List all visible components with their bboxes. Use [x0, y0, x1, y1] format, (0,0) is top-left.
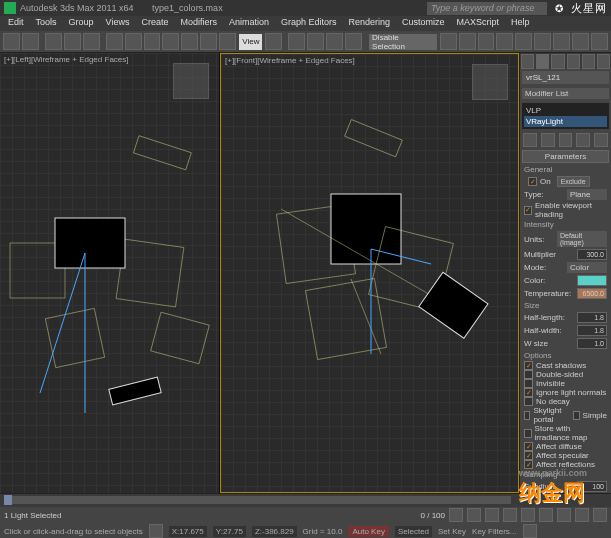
checkbox-ignore-normals[interactable]: ✓Ignore light normals	[520, 388, 611, 397]
units-dropdown[interactable]: Default (image)	[557, 231, 607, 247]
checkbox-affect-reflections[interactable]: ✓Affect reflections	[520, 460, 611, 469]
menu-group[interactable]: Group	[63, 16, 100, 31]
tab-hierarchy[interactable]	[551, 54, 564, 69]
configure-sets-button[interactable]	[594, 133, 608, 147]
tab-utilities[interactable]	[597, 54, 610, 69]
render-setup-button[interactable]	[553, 33, 570, 50]
undo-button[interactable]	[3, 33, 20, 50]
timeline[interactable]	[0, 493, 611, 507]
menu-graph-editors[interactable]: Graph Editors	[275, 16, 343, 31]
lock-selection-button[interactable]	[149, 524, 163, 538]
modifier-stack[interactable]: VLP VRayLight	[522, 103, 609, 129]
render-frame-button[interactable]	[572, 33, 589, 50]
subdivs-spinner[interactable]: 100	[577, 481, 607, 492]
viewport-left[interactable]: [+][Left][Wireframe + Edged Faces]	[0, 53, 220, 493]
menu-help[interactable]: Help	[505, 16, 536, 31]
color-swatch[interactable]	[577, 275, 607, 286]
menu-create[interactable]: Create	[135, 16, 174, 31]
menu-maxscript[interactable]: MAXScript	[451, 16, 506, 31]
play-button[interactable]	[485, 508, 499, 522]
named-sel-dropdown[interactable]: Disable Selection	[369, 34, 437, 50]
checkbox-skylight[interactable]: Skylight portal Simple	[520, 406, 611, 424]
mode-dropdown[interactable]: Color	[567, 262, 607, 273]
half-width-spinner[interactable]: 1.8	[577, 325, 607, 336]
tab-motion[interactable]	[567, 54, 580, 69]
menu-tools[interactable]: Tools	[30, 16, 63, 31]
select-name-button[interactable]	[125, 33, 142, 50]
mirror-button[interactable]	[440, 33, 457, 50]
percent-snap-button[interactable]	[326, 33, 343, 50]
checkbox-no-decay[interactable]: No decay	[520, 397, 611, 406]
pivot-button[interactable]	[265, 33, 282, 50]
checkbox-store-irradiance[interactable]: Store with irradiance map	[520, 424, 611, 442]
goto-start-button[interactable]	[449, 508, 463, 522]
stack-item-vlp[interactable]: VLP	[524, 105, 607, 116]
setkey-button[interactable]: Set Key	[438, 527, 466, 536]
checkbox-on[interactable]: ✓On	[524, 177, 555, 186]
menu-animation[interactable]: Animation	[223, 16, 275, 31]
redo-button[interactable]	[22, 33, 39, 50]
select-button[interactable]	[106, 33, 123, 50]
stack-item-vraylight[interactable]: VRayLight	[524, 116, 607, 127]
autokey-button[interactable]: Auto Key	[348, 526, 388, 537]
pan-button[interactable]	[575, 508, 589, 522]
key-filters-button[interactable]: Key Filters...	[472, 527, 516, 536]
select-filter-button[interactable]	[162, 33, 179, 50]
next-frame-button[interactable]	[503, 508, 517, 522]
coord-y[interactable]: 27.75	[223, 527, 243, 536]
ref-coord-dropdown[interactable]: View	[239, 34, 262, 50]
spinner-snap-button[interactable]	[345, 33, 362, 50]
goto-end-button[interactable]	[521, 508, 535, 522]
modifier-list-dropdown[interactable]: Modifier List	[522, 88, 609, 99]
unlink-button[interactable]	[64, 33, 81, 50]
render-button[interactable]	[591, 33, 608, 50]
tab-display[interactable]	[582, 54, 595, 69]
menu-views[interactable]: Views	[100, 16, 136, 31]
half-length-spinner[interactable]: 1.8	[577, 312, 607, 323]
material-editor-button[interactable]	[534, 33, 551, 50]
search-input[interactable]: Type a keyword or phrase	[427, 2, 547, 15]
menu-modifiers[interactable]: Modifiers	[174, 16, 223, 31]
checkbox-affect-diffuse[interactable]: ✓Affect diffuse	[520, 442, 611, 451]
app-icon[interactable]	[4, 2, 16, 14]
schematic-button[interactable]	[515, 33, 532, 50]
pin-stack-button[interactable]	[523, 133, 537, 147]
remove-modifier-button[interactable]	[576, 133, 590, 147]
checkbox-affect-specular[interactable]: ✓Affect specular	[520, 451, 611, 460]
object-name-field[interactable]: vrSL_121	[522, 71, 609, 84]
align-button[interactable]	[459, 33, 476, 50]
w-size-spinner[interactable]: 1.0	[577, 338, 607, 349]
rotate-button[interactable]	[200, 33, 217, 50]
coord-z[interactable]: -386.829	[262, 527, 294, 536]
layers-button[interactable]	[478, 33, 495, 50]
checkbox-invisible[interactable]: Invisible	[520, 379, 611, 388]
menu-edit[interactable]: Edit	[2, 16, 30, 31]
timeline-slider[interactable]	[4, 495, 12, 505]
exclude-button[interactable]: Exclude	[557, 176, 590, 187]
snap-button[interactable]	[288, 33, 305, 50]
select-region-button[interactable]	[144, 33, 161, 50]
show-end-result-button[interactable]	[541, 133, 555, 147]
coord-x[interactable]: 17.675	[179, 527, 203, 536]
curve-editor-button[interactable]	[496, 33, 513, 50]
zoom-button[interactable]	[539, 508, 553, 522]
link-button[interactable]	[45, 33, 62, 50]
tab-create[interactable]	[521, 54, 534, 69]
zoom-all-button[interactable]	[557, 508, 571, 522]
angle-snap-button[interactable]	[307, 33, 324, 50]
viewport-front[interactable]: [+][Front][Wireframe + Edged Faces]	[220, 53, 519, 493]
key-mode-dropdown[interactable]: Selected	[395, 526, 432, 537]
multiplier-spinner[interactable]: 300.0	[577, 249, 607, 260]
timeline-track[interactable]	[4, 496, 511, 504]
checkbox-viewport-shading[interactable]: ✓Enable viewport shading	[520, 201, 611, 219]
temperature-spinner[interactable]: 6500.0	[577, 288, 607, 299]
move-button[interactable]	[181, 33, 198, 50]
type-dropdown[interactable]: Plane	[567, 189, 607, 200]
min-max-viewport-button[interactable]	[523, 524, 537, 538]
tab-modify[interactable]	[536, 54, 549, 69]
checkbox-double-sided[interactable]: Double-sided	[520, 370, 611, 379]
make-unique-button[interactable]	[559, 133, 573, 147]
checkbox-cast-shadows[interactable]: ✓Cast shadows	[520, 361, 611, 370]
menu-rendering[interactable]: Rendering	[343, 16, 397, 31]
menu-customize[interactable]: Customize	[396, 16, 451, 31]
